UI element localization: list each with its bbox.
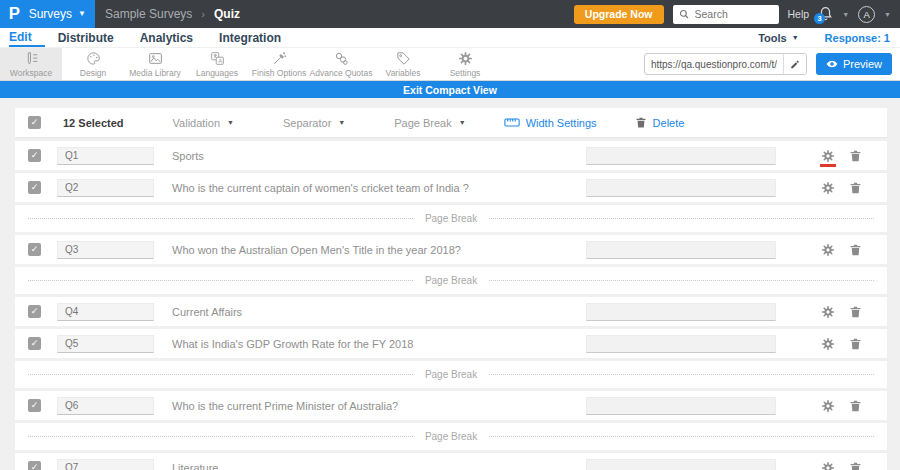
row-checkbox[interactable]: ✓ [28, 305, 41, 318]
nav-row: EditDistributeAnalyticsIntegration Tools… [0, 28, 900, 48]
toolbar-item-advance-quotas[interactable]: Advance Quotas [310, 48, 372, 80]
question-row: ✓ Who is the current captain of women's … [15, 173, 887, 202]
ruler-icon [504, 117, 520, 128]
toolbar-right: Preview [644, 48, 900, 80]
question-row: ✓ Who won the Australian Open Men's Titl… [15, 235, 887, 264]
select-all-checkbox[interactable]: ✓ [28, 116, 41, 129]
edit-url-button[interactable] [783, 54, 806, 74]
surveys-dropdown[interactable]: Surveys ▼ [29, 7, 86, 21]
question-text[interactable]: Literature [172, 462, 218, 470]
question-code-input[interactable] [57, 241, 154, 259]
question-text[interactable]: Who won the Australian Open Men's Title … [172, 244, 461, 256]
question-list-area: ✓ 12 Selected Validation ▼ Separator ▼ P… [0, 98, 900, 470]
toolbar-item-variables[interactable]: Variables [372, 48, 434, 80]
question-settings-gear-icon[interactable] [821, 399, 835, 413]
upgrade-now-button[interactable]: Upgrade Now [574, 5, 664, 24]
avatar[interactable]: A [858, 6, 875, 23]
delete-button[interactable]: Delete [635, 116, 685, 129]
toolbar-item-languages[interactable]: ALanguages [186, 48, 248, 80]
tab-distribute[interactable]: Distribute [45, 28, 127, 47]
question-code-input[interactable] [57, 335, 154, 353]
search-box[interactable] [673, 5, 779, 24]
question-settings-gear-icon[interactable] [821, 243, 835, 257]
breadcrumb-current: Quiz [214, 7, 240, 21]
question-code-input[interactable] [57, 147, 154, 165]
answer-field[interactable] [586, 335, 776, 353]
answer-field[interactable] [586, 147, 776, 165]
width-settings-button[interactable]: Width Settings [504, 117, 597, 129]
question-text[interactable]: What is India's GDP Growth Rate for the … [172, 338, 413, 350]
question-delete-trash-icon[interactable] [849, 181, 862, 195]
question-delete-trash-icon[interactable] [849, 337, 862, 351]
preview-button[interactable]: Preview [816, 53, 892, 75]
question-settings-gear-icon[interactable] [821, 337, 835, 351]
toolbar-items: WorkspaceDesignMedia LibraryALanguagesFi… [0, 48, 496, 80]
bulk-action-bar: ✓ 12 Selected Validation ▼ Separator ▼ P… [15, 108, 887, 138]
page-break-row: Page Break [15, 361, 887, 388]
page-break-line [489, 218, 874, 219]
question-delete-trash-icon[interactable] [849, 243, 862, 257]
tab-edit[interactable]: Edit [9, 28, 45, 47]
separator-dropdown[interactable]: Separator ▼ [283, 117, 345, 129]
question-text[interactable]: Sports [172, 150, 204, 162]
eye-icon [826, 58, 838, 70]
search-input[interactable] [693, 7, 773, 21]
toolbar-item-media-library[interactable]: Media Library [124, 48, 186, 80]
question-settings-gear-icon[interactable] [821, 181, 835, 195]
question-code-input[interactable] [57, 397, 154, 415]
question-text[interactable]: Current Affairs [172, 306, 242, 318]
response-count[interactable]: Response: 1 [825, 32, 890, 44]
toolbar-item-settings[interactable]: Settings [434, 48, 496, 80]
survey-url-box [644, 53, 807, 75]
answer-field[interactable] [586, 397, 776, 415]
question-delete-trash-icon[interactable] [849, 305, 862, 319]
page-break-line [28, 280, 413, 281]
tab-analytics[interactable]: Analytics [127, 28, 206, 47]
question-delete-trash-icon[interactable] [849, 399, 862, 413]
nav-tabs: EditDistributeAnalyticsIntegration [9, 28, 294, 47]
row-checkbox[interactable]: ✓ [28, 461, 41, 470]
width-settings-label: Width Settings [526, 117, 597, 129]
page-break-row: Page Break [15, 267, 887, 294]
breadcrumb-parent[interactable]: Sample Surveys [105, 7, 192, 21]
notifications-bell[interactable]: 3 [818, 6, 833, 22]
survey-url-input[interactable] [645, 54, 783, 74]
exit-compact-view-bar[interactable]: Exit Compact View [0, 81, 900, 98]
row-checkbox[interactable]: ✓ [28, 337, 41, 350]
row-checkbox[interactable]: ✓ [28, 181, 41, 194]
row-checkbox[interactable]: ✓ [28, 149, 41, 162]
chevron-down-icon[interactable]: ▼ [842, 11, 849, 18]
answer-field[interactable] [586, 459, 776, 470]
help-link[interactable]: Help [788, 8, 810, 20]
selected-count: 12 Selected [63, 117, 124, 129]
answer-field[interactable] [586, 241, 776, 259]
chevron-down-icon: ▼ [78, 10, 86, 18]
tools-menu[interactable]: Tools ▼ [758, 32, 798, 44]
nav-right: Tools ▼ Response: 1 [758, 28, 890, 47]
answer-field[interactable] [586, 179, 776, 197]
question-text[interactable]: Who is the current captain of women's cr… [172, 182, 469, 194]
page-break-dropdown[interactable]: Page Break ▼ [394, 117, 465, 129]
toolbar-item-finish-options[interactable]: Finish Options [248, 48, 310, 80]
question-row: ✓ Who is the current Prime Minister of A… [15, 391, 887, 420]
question-settings-gear-icon[interactable] [821, 461, 835, 470]
toolbar-item-design[interactable]: Design [62, 48, 124, 80]
toolbar-item-workspace[interactable]: Workspace [0, 48, 62, 80]
row-checkbox[interactable]: ✓ [28, 243, 41, 256]
question-code-input[interactable] [57, 459, 154, 470]
chevron-down-icon[interactable]: ▼ [884, 11, 891, 18]
question-code-input[interactable] [57, 179, 154, 197]
notification-count-badge: 3 [814, 13, 825, 24]
page-break-label: Page Break [413, 275, 489, 286]
question-delete-trash-icon[interactable] [849, 461, 862, 470]
row-checkbox[interactable]: ✓ [28, 399, 41, 412]
question-settings-gear-icon[interactable] [821, 149, 835, 163]
tab-integration[interactable]: Integration [206, 28, 294, 47]
question-code-input[interactable] [57, 303, 154, 321]
question-settings-gear-icon[interactable] [821, 305, 835, 319]
question-delete-trash-icon[interactable] [849, 149, 862, 163]
question-text[interactable]: Who is the current Prime Minister of Aus… [172, 400, 398, 412]
validation-dropdown[interactable]: Validation ▼ [173, 117, 234, 129]
delete-label: Delete [653, 117, 685, 129]
answer-field[interactable] [586, 303, 776, 321]
